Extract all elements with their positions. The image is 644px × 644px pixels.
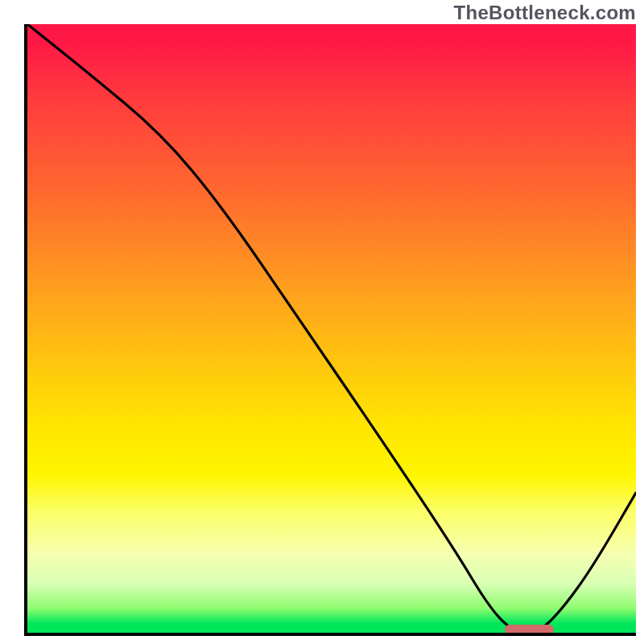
watermark-text: TheBottleneck.com bbox=[454, 2, 636, 24]
chart-container: TheBottleneck.com bbox=[0, 0, 644, 644]
optimal-range-marker bbox=[505, 625, 554, 634]
plot-area bbox=[24, 24, 636, 636]
bottleneck-curve bbox=[27, 24, 636, 633]
